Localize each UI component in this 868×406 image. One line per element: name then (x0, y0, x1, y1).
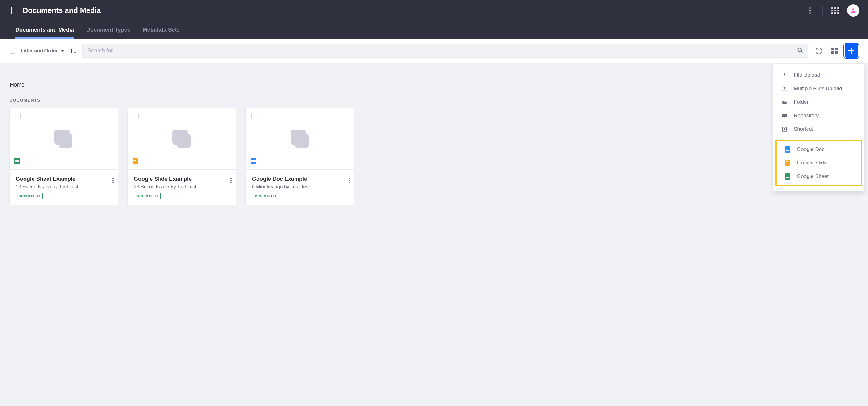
svg-rect-14 (177, 138, 184, 140)
tab-document-types[interactable]: Document Types (86, 21, 130, 39)
menu-item-google-sheet[interactable]: Google Sheet (777, 170, 861, 183)
svg-rect-5 (783, 118, 786, 118)
info-icon[interactable]: i (814, 46, 824, 56)
menu-label: Shortcut (794, 126, 813, 132)
app-icon (8, 6, 17, 15)
google-items-highlight: Google Doc Google Slide Google Sheet (775, 139, 862, 186)
card-title: Google Sheet Example (16, 176, 112, 182)
card-checkbox[interactable] (133, 114, 139, 119)
search-input[interactable] (88, 48, 797, 54)
menu-label: Repository (794, 113, 818, 119)
status-badge: APPROVED (252, 193, 279, 199)
document-card[interactable]: Google Doc Example 6 Minutes ago by Test… (245, 108, 354, 205)
menu-label: Google Slide (797, 160, 827, 166)
divider (822, 6, 823, 15)
status-badge: APPROVED (16, 193, 43, 199)
menu-item-shortcut[interactable]: Shortcut (774, 122, 864, 136)
upload-icon (781, 72, 787, 78)
svg-rect-13 (177, 133, 181, 137)
file-type-slide-icon (132, 158, 138, 164)
repository-icon (781, 113, 787, 118)
menu-label: Google Sheet (797, 174, 829, 180)
svg-rect-12 (173, 130, 187, 144)
menu-label: Google Doc (797, 146, 825, 153)
menu-item-folder[interactable]: Folder (774, 95, 864, 109)
breadcrumb[interactable]: Home (9, 72, 859, 97)
search-box (82, 44, 808, 58)
filter-label: Filter and Order (21, 48, 58, 54)
tab-bar: Documents and Media Document Types Metad… (0, 21, 868, 39)
card-thumbnail-area (246, 108, 354, 170)
card-checkbox[interactable] (251, 114, 257, 119)
document-cards-grid: Google Sheet Example 19 Seconds ago by T… (9, 108, 859, 205)
svg-rect-17 (294, 133, 299, 137)
add-button[interactable] (845, 44, 858, 58)
menu-item-google-slide[interactable]: Google Slide (777, 156, 861, 170)
select-all-checkbox[interactable] (10, 48, 16, 54)
card-title: Google Slide Example (134, 176, 230, 182)
section-label: Documents (9, 97, 859, 102)
card-actions-icon[interactable] (348, 178, 350, 183)
svg-rect-18 (294, 138, 302, 140)
content-area: File Upload Multiple Files Upload Folder… (0, 63, 868, 215)
menu-item-google-doc[interactable]: Google Doc (777, 143, 861, 156)
tab-metadata-sets[interactable]: Metadata Sets (143, 21, 180, 39)
menu-label: Folder (794, 99, 808, 105)
menu-item-repository[interactable]: Repository (774, 109, 864, 122)
caret-down-icon (61, 50, 64, 52)
svg-point-1 (798, 48, 802, 52)
tab-label: Documents and Media (16, 27, 74, 33)
card-thumbnail-area (9, 108, 118, 170)
google-sheet-icon (784, 174, 791, 180)
menu-label: Multiple Files Upload (794, 86, 842, 92)
document-thumbnail-icon (52, 127, 76, 151)
tab-label: Metadata Sets (143, 27, 180, 33)
file-type-doc-icon (251, 158, 256, 164)
breadcrumb-home: Home (10, 82, 25, 88)
document-thumbnail-icon (288, 127, 312, 151)
page-title: Documents and Media (23, 6, 101, 15)
svg-rect-3 (782, 114, 787, 117)
apps-grid-icon[interactable] (830, 5, 840, 15)
card-subtitle: 6 Minutes ago by Test Test (252, 184, 348, 190)
status-badge: APPROVED (134, 193, 161, 199)
card-subtitle: 23 Seconds ago by Test Test (134, 184, 230, 190)
tab-label: Document Types (86, 27, 130, 33)
svg-rect-9 (58, 133, 63, 137)
filter-and-order-dropdown[interactable]: Filter and Order (21, 48, 64, 54)
document-card[interactable]: Google Sheet Example 19 Seconds ago by T… (9, 108, 118, 205)
toolbar: Filter and Order ↑↓ i (0, 39, 868, 63)
svg-rect-4 (784, 117, 785, 118)
user-avatar[interactable] (847, 4, 860, 17)
card-title: Google Doc Example (252, 176, 348, 182)
svg-line-2 (801, 51, 803, 53)
tab-documents-and-media[interactable]: Documents and Media (16, 21, 74, 39)
folder-icon (781, 100, 787, 105)
card-thumbnail-area (128, 108, 236, 170)
svg-rect-8 (55, 130, 69, 144)
shortcut-icon (781, 126, 787, 132)
card-actions-icon[interactable] (230, 178, 231, 183)
search-icon[interactable] (797, 47, 803, 55)
svg-point-0 (852, 8, 855, 10)
svg-rect-16 (291, 130, 305, 144)
view-toggle-icon[interactable] (829, 46, 839, 56)
add-dropdown-menu: File Upload Multiple Files Upload Folder… (773, 63, 864, 191)
sort-direction-icon[interactable]: ↑↓ (70, 47, 77, 55)
multi-upload-icon (781, 86, 787, 91)
svg-rect-10 (58, 138, 66, 140)
topbar: Documents and Media (0, 0, 868, 21)
document-card[interactable]: Google Slide Example 23 Seconds ago by T… (127, 108, 236, 205)
kebab-menu-icon[interactable] (805, 5, 815, 15)
card-subtitle: 19 Seconds ago by Test Test (16, 184, 112, 190)
card-actions-icon[interactable] (112, 178, 114, 183)
menu-label: File Upload (794, 72, 820, 78)
document-thumbnail-icon (170, 127, 194, 151)
menu-item-multiple-files-upload[interactable]: Multiple Files Upload (774, 82, 864, 95)
card-checkbox[interactable] (15, 114, 21, 119)
google-slide-icon (784, 160, 791, 166)
menu-item-file-upload[interactable]: File Upload (774, 68, 864, 82)
file-type-sheet-icon (14, 158, 20, 164)
google-doc-icon (784, 146, 791, 153)
